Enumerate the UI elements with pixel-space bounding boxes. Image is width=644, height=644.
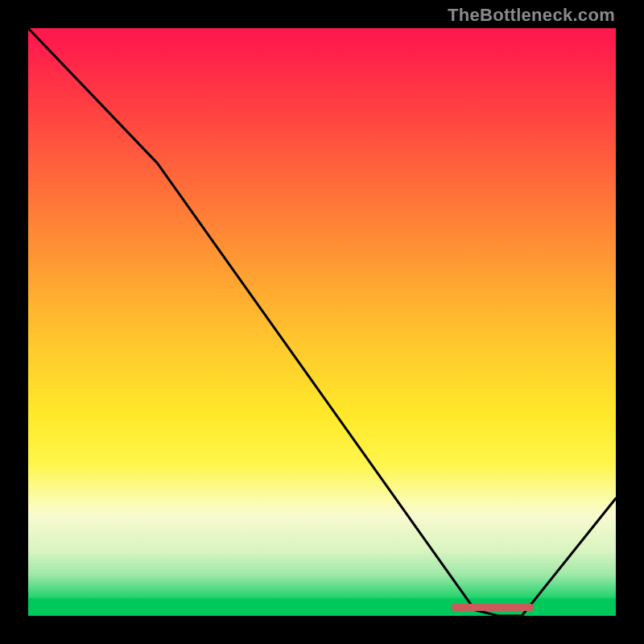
highlight-bar — [452, 604, 534, 611]
watermark-text: TheBottleneck.com — [448, 5, 615, 26]
line-series — [28, 28, 616, 616]
chart-frame: TheBottleneck.com — [0, 0, 644, 644]
plot-area — [28, 28, 616, 616]
curve-path — [28, 28, 616, 616]
